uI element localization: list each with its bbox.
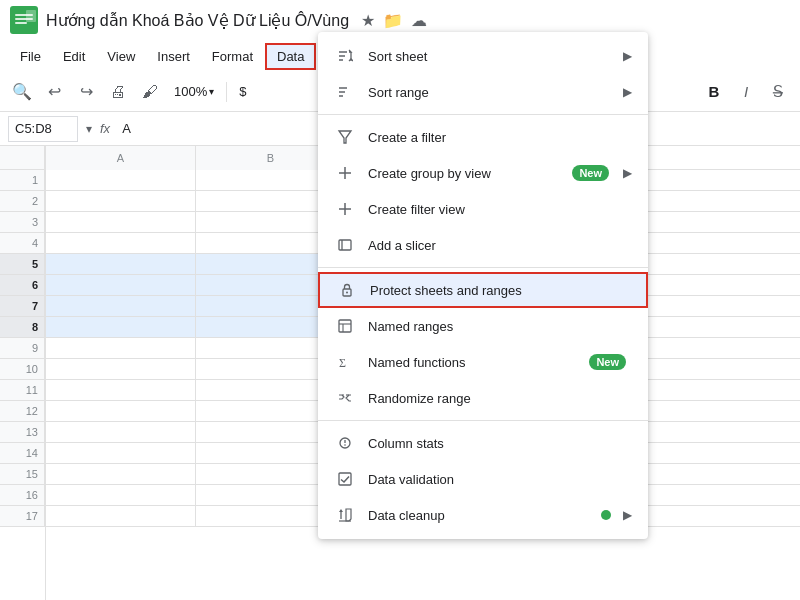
row-7[interactable]: 7: [0, 296, 45, 317]
cell-a3[interactable]: [46, 212, 196, 232]
italic-button[interactable]: I: [732, 78, 760, 106]
cell-a7[interactable]: [46, 296, 196, 316]
folder-icon[interactable]: 📁: [383, 11, 403, 30]
zoom-arrow: ▾: [209, 86, 214, 97]
data-dropdown-menu: Sort sheet ▶ Sort range ▶ Create a filte…: [318, 32, 648, 539]
menu-option-column-stats[interactable]: Column stats: [318, 425, 648, 461]
zoom-selector[interactable]: 100% ▾: [168, 82, 220, 101]
sort-range-icon: [334, 84, 356, 100]
print-icon[interactable]: 🖨: [104, 78, 132, 106]
cell-a8[interactable]: [46, 317, 196, 337]
menu-option-create-filter[interactable]: Create a filter: [318, 119, 648, 155]
toolbar-divider-1: [226, 82, 227, 102]
svg-rect-30: [339, 473, 351, 485]
data-cleanup-label: Data cleanup: [368, 508, 601, 523]
row-14[interactable]: 14: [0, 443, 45, 464]
menu-format[interactable]: Format: [202, 45, 263, 68]
data-cleanup-icon: [334, 507, 356, 523]
menu-option-randomize[interactable]: Randomize range: [318, 380, 648, 416]
row-2[interactable]: 2: [0, 191, 45, 212]
create-filter-view-icon: [334, 201, 356, 217]
menu-divider-3: [318, 420, 648, 421]
menu-option-data-validation[interactable]: Data validation: [318, 461, 648, 497]
column-stats-icon: [334, 435, 356, 451]
svg-rect-4: [26, 10, 36, 22]
protect-sheets-icon: [336, 282, 358, 298]
sort-range-label: Sort range: [368, 85, 615, 100]
menu-option-sort-sheet[interactable]: Sort sheet ▶: [318, 38, 648, 74]
svg-point-20: [346, 292, 348, 294]
row-1[interactable]: 1: [0, 170, 45, 191]
menu-data[interactable]: Data: [265, 43, 316, 70]
menu-option-protect-sheets[interactable]: Protect sheets and ranges: [318, 272, 648, 308]
menu-insert[interactable]: Insert: [147, 45, 200, 68]
svg-rect-17: [339, 240, 351, 250]
row-6[interactable]: 6: [0, 275, 45, 296]
randomize-icon: [334, 390, 356, 406]
create-filter-icon: [334, 129, 356, 145]
create-filter-view-label: Create filter view: [368, 202, 632, 217]
svg-rect-21: [339, 320, 351, 332]
row-13[interactable]: 13: [0, 422, 45, 443]
cell-a2[interactable]: [46, 191, 196, 211]
sort-sheet-arrow: ▶: [623, 49, 632, 63]
row-9[interactable]: 9: [0, 338, 45, 359]
cell-reference[interactable]: C5:D8: [8, 116, 78, 142]
row-15[interactable]: 15: [0, 464, 45, 485]
svg-text:Σ: Σ: [339, 356, 346, 370]
row-17[interactable]: 17: [0, 506, 45, 527]
zoom-value: 100%: [174, 84, 207, 99]
menu-option-add-slicer[interactable]: Add a slicer: [318, 227, 648, 263]
sort-sheet-icon: [334, 48, 356, 64]
add-slicer-label: Add a slicer: [368, 238, 632, 253]
paint-format-icon[interactable]: 🖌: [136, 78, 164, 106]
menu-edit[interactable]: Edit: [53, 45, 95, 68]
cell-a1[interactable]: [46, 170, 196, 190]
randomize-label: Randomize range: [368, 391, 632, 406]
menu-file[interactable]: File: [10, 45, 51, 68]
create-filter-label: Create a filter: [368, 130, 632, 145]
menu-option-create-group-view[interactable]: Create group by view New ▶: [318, 155, 648, 191]
sort-sheet-label: Sort sheet: [368, 49, 615, 64]
star-icon[interactable]: ★: [361, 11, 375, 30]
currency-button[interactable]: $: [233, 82, 252, 101]
named-functions-icon: Σ: [334, 354, 356, 370]
strikethrough-button[interactable]: S̶: [764, 78, 792, 106]
menu-option-data-cleanup[interactable]: Data cleanup ▶: [318, 497, 648, 533]
data-cleanup-dot: [601, 510, 611, 520]
row-10[interactable]: 10: [0, 359, 45, 380]
corner-cell: [0, 146, 45, 170]
cell-a4[interactable]: [46, 233, 196, 253]
menu-divider-1: [318, 114, 648, 115]
cell-a5[interactable]: [46, 254, 196, 274]
menu-view[interactable]: View: [97, 45, 145, 68]
cell-a6[interactable]: [46, 275, 196, 295]
row-16[interactable]: 16: [0, 485, 45, 506]
col-header-a[interactable]: A: [46, 146, 196, 170]
search-icon[interactable]: 🔍: [8, 78, 36, 106]
undo-icon[interactable]: ↩: [40, 78, 68, 106]
row-3[interactable]: 3: [0, 212, 45, 233]
menu-option-named-ranges[interactable]: Named ranges: [318, 308, 648, 344]
new-badge-group-view: New: [572, 165, 609, 181]
redo-icon[interactable]: ↪: [72, 78, 100, 106]
row-numbers: 1 2 3 4 5 6 7 8 9 10 11 12 13 14 15 16 1…: [0, 146, 46, 600]
menu-option-sort-range[interactable]: Sort range ▶: [318, 74, 648, 110]
row-11[interactable]: 11: [0, 380, 45, 401]
row-12[interactable]: 12: [0, 401, 45, 422]
row-8[interactable]: 8: [0, 317, 45, 338]
named-ranges-icon: [334, 318, 356, 334]
svg-marker-12: [339, 131, 351, 143]
data-cleanup-arrow: ▶: [623, 508, 632, 522]
cell-a9[interactable]: [46, 338, 196, 358]
column-stats-label: Column stats: [368, 436, 632, 451]
bold-button[interactable]: B: [700, 78, 728, 106]
cell-ref-arrow[interactable]: ▾: [86, 122, 92, 136]
create-group-view-icon: [334, 165, 356, 181]
menu-divider-2: [318, 267, 648, 268]
row-4[interactable]: 4: [0, 233, 45, 254]
menu-option-named-functions[interactable]: Σ Named functions New: [318, 344, 648, 380]
row-5[interactable]: 5: [0, 254, 45, 275]
menu-option-create-filter-view[interactable]: Create filter view: [318, 191, 648, 227]
fx-icon: fx: [100, 121, 110, 136]
